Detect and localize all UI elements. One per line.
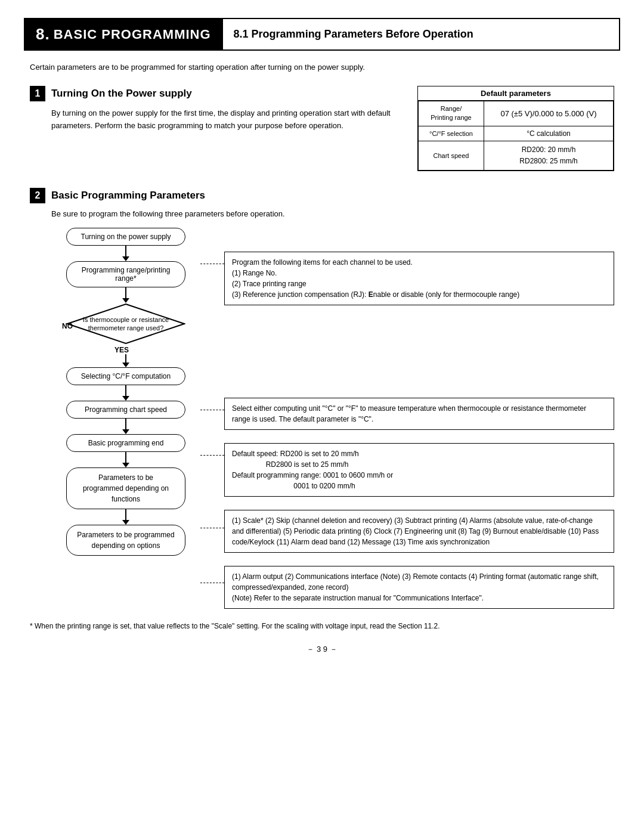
flow-box-range: Programming range/printingrange* <box>66 261 185 287</box>
flow-note-opt: (1) Alarm output (2) Communications inte… <box>224 566 614 609</box>
flow-note-range: Program the following items for each cha… <box>224 252 614 305</box>
arrow <box>122 463 129 467</box>
flow-box-chart-speed: Programming chart speed <box>66 401 185 419</box>
section-1: 1 Turning On the Power supply By turning… <box>30 86 614 171</box>
connector <box>125 385 126 396</box>
section-1-badge: 1 <box>30 86 45 101</box>
yes-branch: YES Selecting °C/°F computation Programm… <box>51 345 200 556</box>
flowchart-left: Turning on the power supply Programming … <box>51 228 200 609</box>
connector <box>125 452 126 463</box>
footnote: * When the printing range is set, that v… <box>30 621 614 632</box>
section-1-body: By turning on the power supply for the f… <box>30 107 400 132</box>
param-value: °C calculation <box>484 126 614 141</box>
section-2-badge: 2 <box>30 188 45 203</box>
section-2: 2 Basic Programming Parameters Be sure t… <box>30 188 614 609</box>
arrow <box>122 298 129 303</box>
flowchart: Turning on the power supply Programming … <box>51 228 614 609</box>
spacer-4 <box>200 553 614 566</box>
note-row-5: (1) Alarm output (2) Communications inte… <box>200 566 614 609</box>
arrow <box>122 363 129 367</box>
note-row-2: Select either computing unit "°C" or "°F… <box>200 398 614 430</box>
connector <box>125 419 126 429</box>
section-1-title-row: 1 Turning On the Power supply <box>30 86 400 101</box>
section-1-title-text: Turning On the Power supply <box>51 88 192 100</box>
section-title: 8.1 Programming Parameters Before Operat… <box>222 19 484 49</box>
param-label: °C/°F selection <box>419 126 484 141</box>
note-row-1: Program the following items for each cha… <box>200 252 614 305</box>
dash-line-2 <box>200 410 224 410</box>
section-2-title-text: Basic Programming Parameters <box>51 190 205 202</box>
note-row-4: (1) Scale* (2) Skip (channel deletion an… <box>200 510 614 553</box>
table-row: °C/°F selection °C calculation <box>419 126 614 141</box>
arrow <box>122 396 129 401</box>
section-2-title-row: 2 Basic Programming Parameters <box>30 188 614 203</box>
note-row-3: Default speed: RD200 is set to 20 mm/h R… <box>200 443 614 497</box>
yes-label: YES <box>114 346 129 354</box>
spacer-1 <box>200 305 614 398</box>
page-number: － 3 9 － <box>0 644 644 655</box>
flow-diamond-wrapper: Is thermocouple or resistancethermometer… <box>51 303 200 345</box>
dash-line-4 <box>200 528 224 528</box>
flow-note-speed: Default speed: RD200 is set to 20 mm/h R… <box>224 443 614 497</box>
default-params-data: Range/Printing range 07 (±5 V)/0.000 to … <box>418 101 614 171</box>
flow-box-cf: Selecting °C/°F computation <box>66 367 185 385</box>
page-header: 8. BASIC PROGRAMMING 8.1 Programming Par… <box>24 18 620 51</box>
param-value: RD200: 20 mm/hRD2800: 25 mm/h <box>484 141 614 170</box>
dash-line-5 <box>200 583 224 583</box>
dash-line-1 <box>200 264 224 264</box>
flow-note-func: (1) Scale* (2) Skip (channel deletion an… <box>224 510 614 553</box>
connector <box>125 246 126 256</box>
table-row: Range/Printing range 07 (±5 V)/0.000 to … <box>419 101 614 126</box>
table-row: Chart speed RD200: 20 mm/hRD2800: 25 mm/… <box>419 141 614 170</box>
dash-line-3 <box>200 455 224 456</box>
connector <box>125 354 126 363</box>
diamond-label: Is thermocouple or resistancethermometer… <box>78 315 174 333</box>
flowchart-right: Program the following items for each cha… <box>200 228 614 609</box>
param-label: Range/Printing range <box>419 101 484 126</box>
no-label: NO <box>62 322 73 330</box>
arrow <box>122 256 129 261</box>
chapter-num: 8. <box>36 25 50 44</box>
flow-diamond: Is thermocouple or resistancethermometer… <box>66 303 185 345</box>
section-2-intro: Be sure to program the following three p… <box>30 209 614 218</box>
chapter-label: 8. BASIC PROGRAMMING <box>25 19 222 49</box>
flow-note-cf: Select either computing unit "°C" or "°F… <box>224 398 614 430</box>
param-label: Chart speed <box>419 141 484 170</box>
chapter-title: BASIC PROGRAMMING <box>54 27 211 42</box>
default-params-table: Default parameters Range/Printing range … <box>417 86 614 171</box>
connector <box>125 509 126 520</box>
default-params-title: Default parameters <box>418 86 614 101</box>
arrow <box>122 429 129 434</box>
connector <box>125 287 126 298</box>
param-value: 07 (±5 V)/0.000 to 5.000 (V) <box>484 101 614 126</box>
flow-box-opt-params: Parameters to be programmeddepending on … <box>66 525 185 556</box>
intro-text: Certain parameters are to be programmed … <box>30 63 614 72</box>
flow-box-func-params: Parameters to beprogrammed depending onf… <box>66 467 185 509</box>
spacer-2 <box>200 430 614 443</box>
spacer-3 <box>200 497 614 510</box>
section-1-content: 1 Turning On the Power supply By turning… <box>30 86 400 132</box>
flow-box-power: Turning on the power supply <box>66 228 185 246</box>
flow-box-basic-end: Basic programming end <box>66 434 185 452</box>
arrow <box>122 520 129 525</box>
